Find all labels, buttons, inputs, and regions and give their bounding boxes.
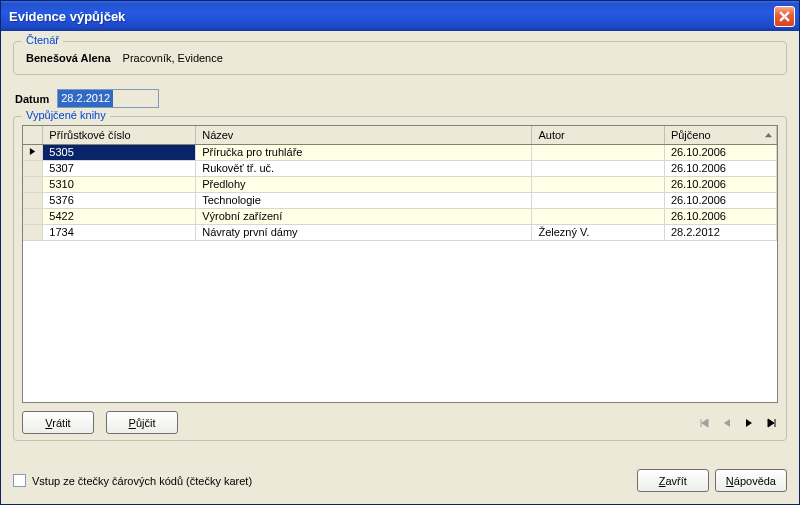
footer: Vstup ze čtečky čárových kódů (čtečky ka… [1,459,799,504]
current-row-icon [29,147,36,156]
cell-loaned[interactable]: 26.10.2006 [664,176,776,192]
barcode-checkbox[interactable] [13,474,26,487]
cell-loaned[interactable]: 26.10.2006 [664,192,776,208]
record-navigator [698,416,778,430]
cell-number[interactable]: 5422 [43,208,196,224]
table-row[interactable]: 1734Návraty první dámyŽelezný V.28.2.201… [23,224,777,240]
window-title: Evidence výpůjček [9,9,774,24]
row-marker [23,208,43,224]
date-input[interactable]: 28.2.2012 [57,89,159,108]
table-row[interactable]: 5305Příručka pro truhláře26.10.2006 [23,144,777,160]
cell-author[interactable]: Železný V. [532,224,664,240]
cell-author[interactable] [532,144,664,160]
cell-loaned[interactable]: 26.10.2006 [664,208,776,224]
row-marker [23,192,43,208]
row-marker [23,160,43,176]
reader-groupbox: Čtenář Benešová Alena Pracovník, Evidenc… [13,41,787,75]
books-groupbox: Vypůjčené knihy Přírůstkové číslo Název … [13,116,787,441]
cell-number[interactable]: 5376 [43,192,196,208]
reader-legend: Čtenář [22,34,63,46]
barcode-checkbox-label[interactable]: Vstup ze čtečky čárových kódů (čtečky ka… [32,475,252,487]
titlebar[interactable]: Evidence výpůjček [1,1,799,31]
cell-loaned[interactable]: 26.10.2006 [664,160,776,176]
lend-button[interactable]: Půjčit [106,411,178,434]
cell-author[interactable] [532,176,664,192]
date-label: Datum [15,93,49,105]
cell-author[interactable] [532,160,664,176]
cell-title[interactable]: Příručka pro truhláře [196,144,532,160]
cell-number[interactable]: 5305 [43,144,196,160]
cell-number[interactable]: 1734 [43,224,196,240]
close-icon[interactable] [774,6,795,27]
content: Čtenář Benešová Alena Pracovník, Evidenc… [1,31,799,459]
cell-number[interactable]: 5310 [43,176,196,192]
table-row[interactable]: 5422Výrobní zařízení26.10.2006 [23,208,777,224]
header-title[interactable]: Název [196,126,532,144]
table-row[interactable]: 5376Technologie26.10.2006 [23,192,777,208]
nav-prev-icon[interactable] [720,416,734,430]
help-button[interactable]: Nápověda [715,469,787,492]
nav-last-icon[interactable] [764,416,778,430]
books-grid[interactable]: Přírůstkové číslo Název Autor Půjčeno 53… [22,125,778,403]
reader-name: Benešová Alena [26,52,111,64]
row-marker [23,224,43,240]
nav-first-icon[interactable] [698,416,712,430]
row-marker [23,144,43,160]
cell-title[interactable]: Technologie [196,192,532,208]
cell-title[interactable]: Výrobní zařízení [196,208,532,224]
reader-detail: Pracovník, Evidence [123,52,223,64]
grid-buttons: Vrátit Půjčit [22,403,778,434]
cell-title[interactable]: Rukověť tř. uč. [196,160,532,176]
nav-next-icon[interactable] [742,416,756,430]
cell-title[interactable]: Návraty první dámy [196,224,532,240]
cell-loaned[interactable]: 28.2.2012 [664,224,776,240]
header-author[interactable]: Autor [532,126,664,144]
date-value: 28.2.2012 [58,90,113,107]
row-marker [23,176,43,192]
cell-loaned[interactable]: 26.10.2006 [664,144,776,160]
header-loaned[interactable]: Půjčeno [664,126,776,144]
sort-asc-icon [765,132,772,139]
date-row: Datum 28.2.2012 [13,85,787,116]
cell-title[interactable]: Předlohy [196,176,532,192]
cell-number[interactable]: 5307 [43,160,196,176]
window: Evidence výpůjček Čtenář Benešová Alena … [0,0,800,505]
cell-author[interactable] [532,208,664,224]
return-button[interactable]: Vrátit [22,411,94,434]
cell-author[interactable] [532,192,664,208]
table-row[interactable]: 5307Rukověť tř. uč.26.10.2006 [23,160,777,176]
header-number[interactable]: Přírůstkové číslo [43,126,196,144]
books-legend: Vypůjčené knihy [22,109,110,121]
table-row[interactable]: 5310Předlohy26.10.2006 [23,176,777,192]
close-button[interactable]: Zavřít [637,469,709,492]
header-rowmark [23,126,43,144]
